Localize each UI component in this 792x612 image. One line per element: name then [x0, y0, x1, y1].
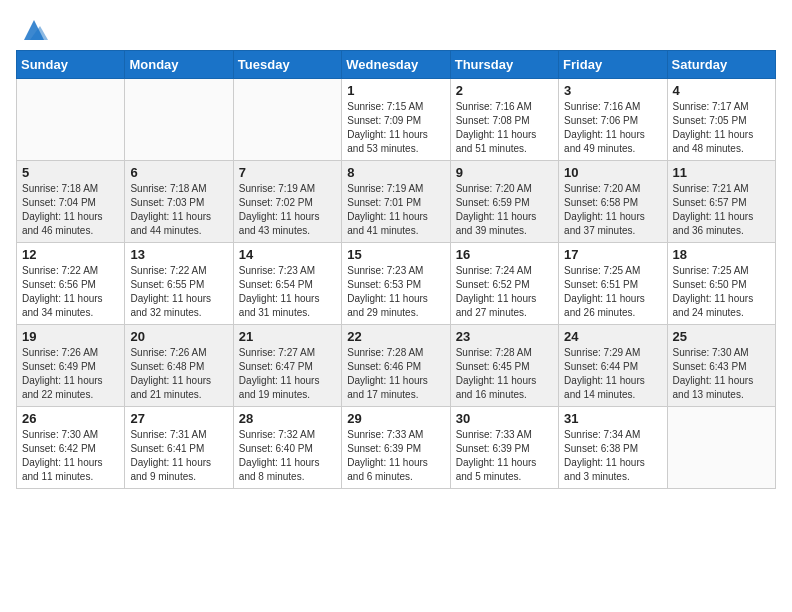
calendar-week-5: 26Sunrise: 7:30 AM Sunset: 6:42 PM Dayli… [17, 407, 776, 489]
day-info: Sunrise: 7:28 AM Sunset: 6:45 PM Dayligh… [456, 346, 553, 402]
calendar-cell: 2Sunrise: 7:16 AM Sunset: 7:08 PM Daylig… [450, 79, 558, 161]
calendar-cell: 28Sunrise: 7:32 AM Sunset: 6:40 PM Dayli… [233, 407, 341, 489]
day-number: 23 [456, 329, 553, 344]
calendar-week-2: 5Sunrise: 7:18 AM Sunset: 7:04 PM Daylig… [17, 161, 776, 243]
day-info: Sunrise: 7:33 AM Sunset: 6:39 PM Dayligh… [456, 428, 553, 484]
day-number: 1 [347, 83, 444, 98]
calendar-cell: 26Sunrise: 7:30 AM Sunset: 6:42 PM Dayli… [17, 407, 125, 489]
day-info: Sunrise: 7:26 AM Sunset: 6:49 PM Dayligh… [22, 346, 119, 402]
calendar-cell [233, 79, 341, 161]
day-number: 8 [347, 165, 444, 180]
day-info: Sunrise: 7:17 AM Sunset: 7:05 PM Dayligh… [673, 100, 770, 156]
day-info: Sunrise: 7:21 AM Sunset: 6:57 PM Dayligh… [673, 182, 770, 238]
day-number: 22 [347, 329, 444, 344]
day-number: 28 [239, 411, 336, 426]
day-number: 24 [564, 329, 661, 344]
calendar-cell: 11Sunrise: 7:21 AM Sunset: 6:57 PM Dayli… [667, 161, 775, 243]
day-info: Sunrise: 7:19 AM Sunset: 7:01 PM Dayligh… [347, 182, 444, 238]
day-number: 18 [673, 247, 770, 262]
day-number: 17 [564, 247, 661, 262]
calendar-cell: 13Sunrise: 7:22 AM Sunset: 6:55 PM Dayli… [125, 243, 233, 325]
calendar-cell: 25Sunrise: 7:30 AM Sunset: 6:43 PM Dayli… [667, 325, 775, 407]
calendar-cell: 17Sunrise: 7:25 AM Sunset: 6:51 PM Dayli… [559, 243, 667, 325]
logo-icon [20, 16, 48, 44]
calendar-cell [667, 407, 775, 489]
weekday-header-sunday: Sunday [17, 51, 125, 79]
calendar-cell: 31Sunrise: 7:34 AM Sunset: 6:38 PM Dayli… [559, 407, 667, 489]
calendar-cell: 29Sunrise: 7:33 AM Sunset: 6:39 PM Dayli… [342, 407, 450, 489]
day-info: Sunrise: 7:25 AM Sunset: 6:51 PM Dayligh… [564, 264, 661, 320]
day-number: 15 [347, 247, 444, 262]
day-info: Sunrise: 7:33 AM Sunset: 6:39 PM Dayligh… [347, 428, 444, 484]
day-info: Sunrise: 7:20 AM Sunset: 6:59 PM Dayligh… [456, 182, 553, 238]
calendar-cell: 9Sunrise: 7:20 AM Sunset: 6:59 PM Daylig… [450, 161, 558, 243]
day-info: Sunrise: 7:32 AM Sunset: 6:40 PM Dayligh… [239, 428, 336, 484]
day-info: Sunrise: 7:16 AM Sunset: 7:08 PM Dayligh… [456, 100, 553, 156]
day-info: Sunrise: 7:28 AM Sunset: 6:46 PM Dayligh… [347, 346, 444, 402]
day-number: 9 [456, 165, 553, 180]
day-info: Sunrise: 7:25 AM Sunset: 6:50 PM Dayligh… [673, 264, 770, 320]
calendar-cell: 1Sunrise: 7:15 AM Sunset: 7:09 PM Daylig… [342, 79, 450, 161]
day-info: Sunrise: 7:18 AM Sunset: 7:03 PM Dayligh… [130, 182, 227, 238]
day-number: 26 [22, 411, 119, 426]
weekday-header-row: SundayMondayTuesdayWednesdayThursdayFrid… [17, 51, 776, 79]
day-info: Sunrise: 7:24 AM Sunset: 6:52 PM Dayligh… [456, 264, 553, 320]
day-info: Sunrise: 7:31 AM Sunset: 6:41 PM Dayligh… [130, 428, 227, 484]
calendar-cell: 6Sunrise: 7:18 AM Sunset: 7:03 PM Daylig… [125, 161, 233, 243]
day-number: 12 [22, 247, 119, 262]
calendar-cell: 10Sunrise: 7:20 AM Sunset: 6:58 PM Dayli… [559, 161, 667, 243]
calendar-cell: 24Sunrise: 7:29 AM Sunset: 6:44 PM Dayli… [559, 325, 667, 407]
day-number: 25 [673, 329, 770, 344]
calendar-cell: 8Sunrise: 7:19 AM Sunset: 7:01 PM Daylig… [342, 161, 450, 243]
day-number: 11 [673, 165, 770, 180]
weekday-header-saturday: Saturday [667, 51, 775, 79]
calendar-cell: 30Sunrise: 7:33 AM Sunset: 6:39 PM Dayli… [450, 407, 558, 489]
weekday-header-friday: Friday [559, 51, 667, 79]
day-info: Sunrise: 7:20 AM Sunset: 6:58 PM Dayligh… [564, 182, 661, 238]
calendar-week-1: 1Sunrise: 7:15 AM Sunset: 7:09 PM Daylig… [17, 79, 776, 161]
calendar-cell: 19Sunrise: 7:26 AM Sunset: 6:49 PM Dayli… [17, 325, 125, 407]
calendar-cell: 22Sunrise: 7:28 AM Sunset: 6:46 PM Dayli… [342, 325, 450, 407]
day-number: 2 [456, 83, 553, 98]
day-number: 30 [456, 411, 553, 426]
day-info: Sunrise: 7:16 AM Sunset: 7:06 PM Dayligh… [564, 100, 661, 156]
calendar-cell: 4Sunrise: 7:17 AM Sunset: 7:05 PM Daylig… [667, 79, 775, 161]
calendar-cell: 23Sunrise: 7:28 AM Sunset: 6:45 PM Dayli… [450, 325, 558, 407]
day-number: 7 [239, 165, 336, 180]
page-header [16, 16, 776, 38]
day-number: 16 [456, 247, 553, 262]
calendar-cell: 14Sunrise: 7:23 AM Sunset: 6:54 PM Dayli… [233, 243, 341, 325]
calendar-cell: 3Sunrise: 7:16 AM Sunset: 7:06 PM Daylig… [559, 79, 667, 161]
day-info: Sunrise: 7:19 AM Sunset: 7:02 PM Dayligh… [239, 182, 336, 238]
weekday-header-thursday: Thursday [450, 51, 558, 79]
day-info: Sunrise: 7:26 AM Sunset: 6:48 PM Dayligh… [130, 346, 227, 402]
day-number: 10 [564, 165, 661, 180]
day-number: 21 [239, 329, 336, 344]
weekday-header-monday: Monday [125, 51, 233, 79]
calendar-cell: 16Sunrise: 7:24 AM Sunset: 6:52 PM Dayli… [450, 243, 558, 325]
calendar-cell [125, 79, 233, 161]
day-number: 3 [564, 83, 661, 98]
day-info: Sunrise: 7:27 AM Sunset: 6:47 PM Dayligh… [239, 346, 336, 402]
day-info: Sunrise: 7:30 AM Sunset: 6:43 PM Dayligh… [673, 346, 770, 402]
day-info: Sunrise: 7:18 AM Sunset: 7:04 PM Dayligh… [22, 182, 119, 238]
logo [16, 16, 48, 38]
day-info: Sunrise: 7:22 AM Sunset: 6:56 PM Dayligh… [22, 264, 119, 320]
day-info: Sunrise: 7:29 AM Sunset: 6:44 PM Dayligh… [564, 346, 661, 402]
day-info: Sunrise: 7:22 AM Sunset: 6:55 PM Dayligh… [130, 264, 227, 320]
day-number: 5 [22, 165, 119, 180]
calendar-cell: 12Sunrise: 7:22 AM Sunset: 6:56 PM Dayli… [17, 243, 125, 325]
day-info: Sunrise: 7:34 AM Sunset: 6:38 PM Dayligh… [564, 428, 661, 484]
weekday-header-wednesday: Wednesday [342, 51, 450, 79]
day-info: Sunrise: 7:23 AM Sunset: 6:54 PM Dayligh… [239, 264, 336, 320]
calendar-cell: 27Sunrise: 7:31 AM Sunset: 6:41 PM Dayli… [125, 407, 233, 489]
calendar-cell: 7Sunrise: 7:19 AM Sunset: 7:02 PM Daylig… [233, 161, 341, 243]
day-info: Sunrise: 7:30 AM Sunset: 6:42 PM Dayligh… [22, 428, 119, 484]
day-info: Sunrise: 7:15 AM Sunset: 7:09 PM Dayligh… [347, 100, 444, 156]
day-info: Sunrise: 7:23 AM Sunset: 6:53 PM Dayligh… [347, 264, 444, 320]
day-number: 29 [347, 411, 444, 426]
calendar-week-4: 19Sunrise: 7:26 AM Sunset: 6:49 PM Dayli… [17, 325, 776, 407]
calendar-cell: 18Sunrise: 7:25 AM Sunset: 6:50 PM Dayli… [667, 243, 775, 325]
day-number: 27 [130, 411, 227, 426]
calendar-cell: 15Sunrise: 7:23 AM Sunset: 6:53 PM Dayli… [342, 243, 450, 325]
